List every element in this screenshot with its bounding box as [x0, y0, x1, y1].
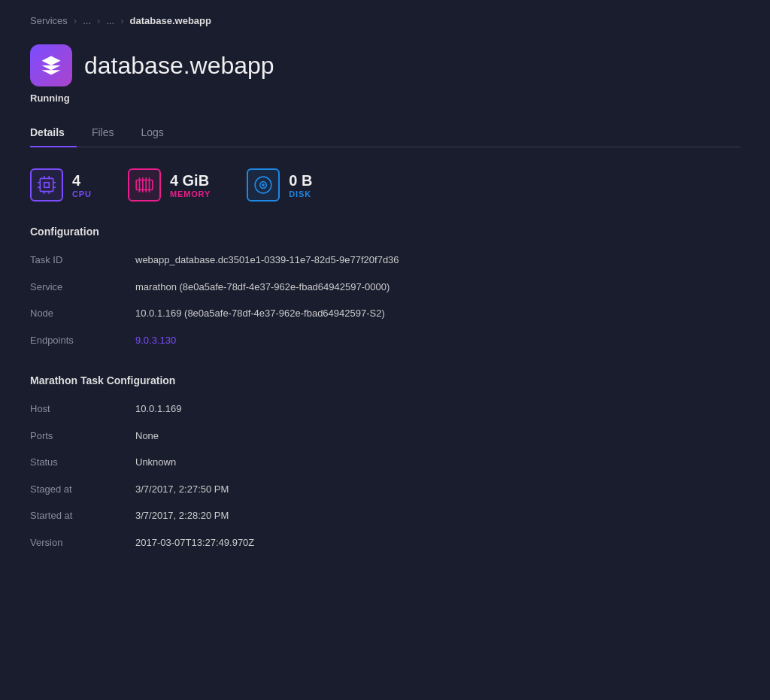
tab-files[interactable]: Files: [92, 119, 126, 147]
tab-logs[interactable]: Logs: [141, 119, 175, 147]
config-val-endpoints: 9.0.3.130: [135, 327, 740, 354]
cpu-resource: 4 CPU: [30, 168, 92, 202]
config-key-node: Node: [30, 300, 135, 327]
table-row: Ports None: [30, 423, 740, 450]
configuration-section: Configuration Task ID webapp_database.dc…: [30, 226, 740, 353]
table-row: Service marathon (8e0a5afe-78df-4e37-962…: [30, 274, 740, 301]
memory-resource: 4 GiB MEMORY: [128, 168, 211, 202]
config-key-service: Service: [30, 274, 135, 301]
breadcrumb-sep-3: ›: [120, 15, 123, 26]
memory-icon-container: [128, 168, 161, 202]
cpu-value: 4: [72, 171, 92, 189]
disk-value: 0 B: [289, 171, 312, 189]
endpoint-link[interactable]: 9.0.3.130: [135, 335, 176, 346]
page-title: database.webapp: [84, 52, 274, 80]
tab-bar: Details Files Logs: [30, 119, 740, 147]
configuration-table: Task ID webapp_database.dc3501e1-0339-11…: [30, 247, 740, 353]
disk-label: DISK: [289, 189, 312, 198]
cpu-icon: [37, 175, 56, 195]
table-row: Task ID webapp_database.dc3501e1-0339-11…: [30, 247, 740, 274]
app-icon: [30, 44, 72, 86]
marathon-key-started: Started at: [30, 502, 135, 529]
table-row: Node 10.0.1.169 (8e0a5afe-78df-4e37-962e…: [30, 300, 740, 327]
svg-rect-1: [44, 183, 50, 188]
marathon-val-ports: None: [135, 423, 740, 450]
marathon-config-title: Marathon Task Configuration: [30, 374, 740, 386]
table-row: Version 2017-03-07T13:27:49.970Z: [30, 529, 740, 556]
marathon-key-host: Host: [30, 395, 135, 423]
disk-resource: 0 B DISK: [247, 168, 312, 202]
disk-info: 0 B DISK: [289, 171, 312, 198]
config-val-taskid: webapp_database.dc3501e1-0339-11e7-82d5-…: [135, 247, 740, 274]
configuration-title: Configuration: [30, 226, 740, 238]
memory-label: MEMORY: [170, 189, 211, 198]
memory-icon: [135, 175, 154, 195]
cube-icon: [40, 54, 62, 77]
cpu-icon-container: [30, 168, 63, 202]
config-key-taskid: Task ID: [30, 247, 135, 274]
breadcrumb-sep-2: ›: [97, 15, 100, 26]
breadcrumb-services[interactable]: Services: [30, 15, 68, 26]
marathon-key-staged: Staged at: [30, 476, 135, 503]
svg-point-25: [262, 184, 264, 186]
breadcrumb-ellipsis-1[interactable]: ...: [83, 15, 91, 26]
table-row: Endpoints 9.0.3.130: [30, 327, 740, 354]
table-row: Started at 3/7/2017, 2:28:20 PM: [30, 502, 740, 529]
status-badge: Running: [30, 92, 740, 104]
tab-details[interactable]: Details: [30, 119, 77, 147]
disk-icon: [253, 175, 273, 195]
marathon-val-version: 2017-03-07T13:27:49.970Z: [135, 529, 740, 556]
config-key-endpoints: Endpoints: [30, 327, 135, 354]
resources-row: 4 CPU 4 GiB MEMORY: [30, 168, 740, 202]
memory-info: 4 GiB MEMORY: [170, 171, 211, 198]
marathon-val-status: Unknown: [135, 449, 740, 476]
breadcrumb-current: database.webapp: [130, 15, 211, 26]
marathon-key-version: Version: [30, 529, 135, 556]
disk-icon-container: [247, 168, 280, 202]
marathon-key-status: Status: [30, 449, 135, 476]
table-row: Status Unknown: [30, 449, 740, 476]
cpu-info: 4 CPU: [72, 171, 92, 198]
table-row: Host 10.0.1.169: [30, 395, 740, 423]
marathon-config-table: Host 10.0.1.169 Ports None Status Unknow…: [30, 395, 740, 556]
table-row: Staged at 3/7/2017, 2:27:50 PM: [30, 476, 740, 503]
svg-rect-10: [136, 180, 153, 190]
breadcrumb-ellipsis-2[interactable]: ...: [106, 15, 114, 26]
marathon-config-section: Marathon Task Configuration Host 10.0.1.…: [30, 374, 740, 556]
marathon-val-started: 3/7/2017, 2:28:20 PM: [135, 502, 740, 529]
memory-value: 4 GiB: [170, 171, 211, 189]
config-val-node: 10.0.1.169 (8e0a5afe-78df-4e37-962e-fbad…: [135, 300, 740, 327]
marathon-key-ports: Ports: [30, 423, 135, 450]
marathon-val-staged: 3/7/2017, 2:27:50 PM: [135, 476, 740, 503]
breadcrumb: Services › ... › ... › database.webapp: [30, 15, 740, 26]
breadcrumb-sep-1: ›: [74, 15, 77, 26]
marathon-val-host: 10.0.1.169: [135, 395, 740, 423]
page-header: database.webapp: [30, 44, 740, 86]
config-val-service: marathon (8e0a5afe-78df-4e37-962e-fbad64…: [135, 274, 740, 301]
svg-rect-0: [40, 178, 53, 191]
cpu-label: CPU: [72, 189, 92, 198]
